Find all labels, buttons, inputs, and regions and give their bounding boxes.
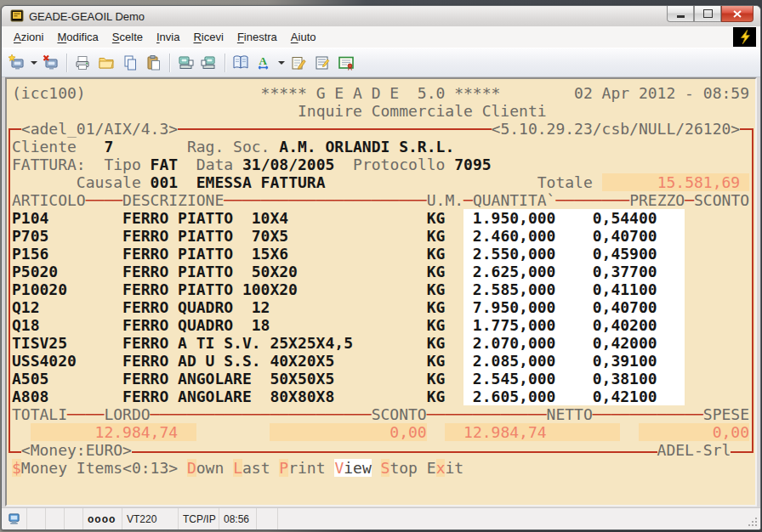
resize-grip[interactable] xyxy=(748,517,758,527)
app-window: GEADE-GEAOIL Demo Azioni Modifica Scelte… xyxy=(1,5,761,530)
cmd-exit[interactable]: E xyxy=(427,459,436,477)
item-code: Q18 xyxy=(12,316,122,334)
rule: ──────────────────────── xyxy=(151,405,372,423)
svg-text:A: A xyxy=(259,54,268,67)
status-bar: oooo VT220 TCP/IP 08:56 xyxy=(2,507,760,529)
certificate-button[interactable] xyxy=(334,52,358,74)
status-cell xyxy=(257,508,278,529)
item-row: P104 FERRO PIATTO 10X4 KG 1.950,000 0,54… xyxy=(12,209,755,227)
notes-button[interactable] xyxy=(287,52,310,74)
paste-button[interactable] xyxy=(142,52,166,74)
cmd-stop[interactable]: S xyxy=(381,459,390,477)
terminal-screen[interactable]: (icc100) ***** G E A D E 5.0 ***** 02 Ap… xyxy=(5,77,757,507)
item-um: KG xyxy=(427,263,463,280)
cmd-down[interactable]: own xyxy=(196,459,225,477)
copy-button[interactable] xyxy=(118,52,142,74)
menu-scelte[interactable]: Scelte xyxy=(105,28,150,46)
terminal-lines: (icc100) ***** G E A D E 5.0 ***** 02 Ap… xyxy=(7,79,755,477)
fattura-label: FATTURA: xyxy=(12,156,86,173)
col-prezzo: PREZZO xyxy=(629,191,685,209)
receive-file-button[interactable] xyxy=(197,52,221,74)
item-row: P705 FERRO PIATTO 70X5 KG 2.460,000 0,40… xyxy=(12,227,755,245)
col-netto: NETTO xyxy=(547,405,593,423)
cmd-exit[interactable]: it xyxy=(445,459,463,477)
close-button[interactable] xyxy=(721,6,753,22)
menu-invia[interactable]: Invia xyxy=(150,28,186,46)
protocollo-value: 7095 xyxy=(454,156,491,173)
netto-value: 12.984,74 xyxy=(445,423,620,441)
lightning-icon xyxy=(737,29,753,45)
item-row: A808 FERRO ANGOLARE 80X80X8 KG 2.605,000… xyxy=(12,388,755,405)
screen-title: Inquire Commerciale Clienti xyxy=(298,102,547,120)
font-button[interactable]: A xyxy=(253,52,276,74)
status-cell xyxy=(65,508,83,529)
status-indicator-lights: oooo xyxy=(83,508,122,529)
cmd-view[interactable]: iew xyxy=(344,459,372,477)
terminal-line: Causale 001 EMESSA FATTURA Totale 15.581… xyxy=(12,173,755,191)
totali-label: TOTALI xyxy=(12,405,67,423)
font-dropdown[interactable] xyxy=(276,52,287,74)
item-qty-price: 2.625,000 0,37700 xyxy=(463,263,685,280)
item-code: P705 xyxy=(12,227,122,245)
cmd-print[interactable]: rint xyxy=(288,459,325,477)
item-code: P156 xyxy=(12,245,122,263)
print-button[interactable] xyxy=(71,52,94,74)
menu-modifica[interactable]: Modifica xyxy=(50,28,105,46)
cmd-last[interactable]: L xyxy=(233,459,242,477)
new-session-button[interactable] xyxy=(5,52,29,74)
menu-azioni[interactable]: Azioni xyxy=(7,28,50,46)
rule: ─ xyxy=(463,191,473,209)
notes-icon xyxy=(290,54,307,71)
cmd-view[interactable]: V xyxy=(334,459,344,477)
menu-finestra[interactable]: Finestra xyxy=(230,28,284,46)
close-icon xyxy=(733,10,742,18)
item-qty-price: 2.550,000 0,45900 xyxy=(463,245,685,263)
properties-button[interactable] xyxy=(310,52,334,74)
maximize-button[interactable] xyxy=(694,6,721,22)
menu-aiuto[interactable]: Aiuto xyxy=(284,28,323,46)
address-book-button[interactable] xyxy=(229,52,253,74)
title-bar[interactable]: GEADE-GEAOIL Demo xyxy=(2,6,760,26)
item-um: KG xyxy=(427,280,463,298)
cmd-print[interactable]: P xyxy=(279,459,288,477)
item-row: P5020 FERRO PIATTO 50X20 KG 2.625,000 0,… xyxy=(12,263,755,280)
totale-label: Totale xyxy=(537,173,593,191)
font-icon: A xyxy=(256,54,273,71)
certificate-icon xyxy=(338,54,355,71)
new-session-dropdown[interactable] xyxy=(29,52,39,74)
rule: ──── xyxy=(67,405,104,423)
terminal-line: (icc100) ***** G E A D E 5.0 ***** 02 Ap… xyxy=(12,84,755,102)
cmd-stop[interactable]: top xyxy=(390,459,418,477)
disconnect-button[interactable] xyxy=(39,52,63,74)
connection-status-cell xyxy=(2,508,27,529)
receive-from-host-icon xyxy=(201,54,218,71)
minimize-button[interactable] xyxy=(667,6,694,22)
status-cell xyxy=(27,508,46,529)
item-desc: FERRO QUADRO 18 xyxy=(122,316,427,334)
terminal-line: TOTALI────LORDO────────────────────────S… xyxy=(12,405,755,423)
item-code: TISV25 xyxy=(12,334,122,352)
ragione-sociale-value: A.M. ORLANDI S.R.L. xyxy=(279,138,454,156)
send-file-button[interactable] xyxy=(173,52,197,74)
cmd-last[interactable]: ast xyxy=(242,459,270,477)
cmd-down[interactable]: D xyxy=(187,459,196,477)
item-um: KG xyxy=(427,388,463,405)
item-code: Q12 xyxy=(12,298,122,316)
toolbar-separator xyxy=(225,54,225,72)
toolbar-separator xyxy=(169,54,170,72)
item-qty-price: 2.085,000 0,39100 xyxy=(463,352,685,370)
status-protocol: TCP/IP xyxy=(179,508,219,529)
item-code: A808 xyxy=(12,388,122,405)
item-code: P104 xyxy=(12,209,122,227)
cmd-exit[interactable]: x xyxy=(436,459,446,477)
causale-desc: EMESSA FATTURA xyxy=(196,173,326,191)
terminal-line: 12.984,74 0,00 12.984,74 0,00 xyxy=(12,423,755,441)
open-button[interactable] xyxy=(94,52,118,74)
terminal-line: Inquire Commerciale Clienti xyxy=(12,102,755,120)
company-name: ADEL-Srl xyxy=(657,441,731,459)
item-desc: FERRO PIATTO 10X4 xyxy=(122,209,427,227)
item-row: TISV25 FERRO A TI S.V. 25X25X4,5 KG 2.07… xyxy=(12,334,755,352)
item-qty-price: 1.950,000 0,54400 xyxy=(463,209,685,227)
menu-ricevi[interactable]: Ricevi xyxy=(186,28,230,46)
item-code: P10020 xyxy=(12,280,122,298)
